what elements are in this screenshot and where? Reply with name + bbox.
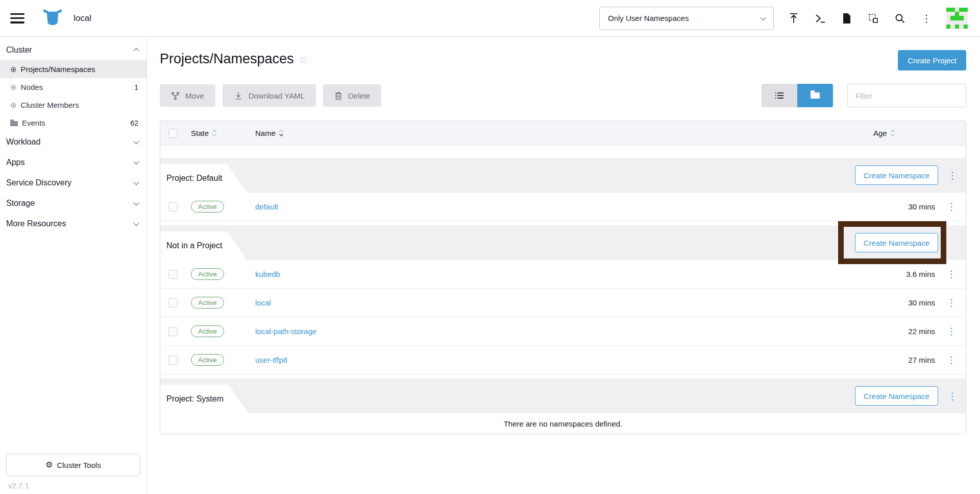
status-badge: Active bbox=[191, 354, 224, 366]
user-avatar[interactable] bbox=[946, 8, 968, 29]
group-not-in-a-project: Not in a ProjectCreate NamespaceActiveku… bbox=[160, 225, 966, 374]
status-badge: Active bbox=[191, 297, 224, 309]
move-icon bbox=[171, 91, 180, 100]
list-view-button[interactable] bbox=[762, 84, 797, 107]
sidebar-section-cluster[interactable]: Cluster bbox=[0, 40, 146, 60]
item-count: 62 bbox=[130, 119, 138, 127]
sidebar-section-service-discovery[interactable]: Service Discovery bbox=[0, 173, 146, 193]
sidebar-section-label: Storage bbox=[6, 199, 35, 208]
toolbar: Move Download YAML Delete bbox=[160, 84, 966, 107]
gear-icon: ⚙ bbox=[45, 461, 53, 469]
sort-icon[interactable] bbox=[212, 129, 217, 137]
namespace-link[interactable]: local bbox=[255, 298, 271, 307]
sidebar-item-projects-namespaces[interactable]: ⊕Projects/Namespaces bbox=[0, 60, 146, 78]
status-badge: Active bbox=[191, 268, 224, 280]
row-checkbox[interactable] bbox=[168, 202, 178, 211]
row-kebab-menu-icon[interactable]: ⋮ bbox=[946, 355, 957, 365]
header-kebab-menu-icon[interactable]: ⋮ bbox=[920, 12, 933, 25]
row-checkbox[interactable] bbox=[168, 298, 178, 308]
column-header-name[interactable]: Name bbox=[255, 129, 276, 137]
group-actions: Create Namespace⋮ bbox=[855, 386, 958, 406]
download-icon bbox=[234, 91, 243, 100]
sort-icon[interactable] bbox=[890, 129, 895, 137]
sidebar-section-apps[interactable]: Apps bbox=[0, 152, 146, 173]
create-namespace-button[interactable]: Create Namespace bbox=[855, 166, 938, 185]
version-label: v2.7.1 bbox=[6, 476, 140, 490]
namespace-link[interactable]: local-path-storage bbox=[255, 327, 316, 336]
table-row: Activelocal-path-storage22 mins⋮ bbox=[160, 317, 966, 346]
kubectl-shell-icon[interactable] bbox=[814, 12, 827, 25]
flat-view-button[interactable] bbox=[797, 84, 833, 107]
row-kebab-menu-icon[interactable]: ⋮ bbox=[946, 269, 957, 279]
sidebar: Cluster⊕Projects/Namespaces⊕Nodes1⊕Clust… bbox=[0, 37, 147, 494]
sidebar-section-more-resources[interactable]: More Resources bbox=[0, 214, 146, 234]
sidebar-section-workload[interactable]: Workload bbox=[0, 132, 146, 152]
namespace-filter-dropdown[interactable]: Only User Namespaces bbox=[599, 7, 774, 30]
chevron-down-icon bbox=[133, 179, 139, 185]
status-badge: Active bbox=[191, 325, 224, 337]
sidebar-item-label: Nodes bbox=[21, 83, 43, 91]
sidebar-section-label: Apps bbox=[6, 158, 24, 167]
delete-button[interactable]: Delete bbox=[323, 84, 381, 107]
namespace-filter-value: Only User Namespaces bbox=[608, 14, 689, 22]
row-kebab-menu-icon[interactable]: ⋮ bbox=[946, 326, 957, 336]
chevron-down-icon bbox=[760, 14, 766, 20]
group-kebab-menu-icon[interactable]: ⋮ bbox=[947, 171, 958, 180]
sidebar-nav: Cluster⊕Projects/Namespaces⊕Nodes1⊕Clust… bbox=[0, 40, 146, 234]
sidebar-item-nodes[interactable]: ⊕Nodes1 bbox=[0, 78, 146, 96]
copy-snapshot-icon[interactable] bbox=[867, 12, 880, 25]
sidebar-item-label: Cluster Members bbox=[21, 101, 79, 109]
sidebar-item-events[interactable]: Events62 bbox=[0, 114, 146, 132]
sort-icon-active[interactable] bbox=[279, 129, 284, 137]
create-namespace-button[interactable]: Create Namespace bbox=[855, 386, 938, 406]
group-kebab-menu-icon[interactable]: ⋮ bbox=[947, 391, 958, 401]
sidebar-section-label: Cluster bbox=[6, 45, 32, 55]
row-kebab-menu-icon[interactable]: ⋮ bbox=[946, 202, 957, 211]
cluster-tools-button[interactable]: ⚙ Cluster Tools bbox=[6, 454, 140, 476]
namespace-link[interactable]: default bbox=[255, 202, 278, 211]
group-project-system: Project: SystemCreate Namespace⋮There ar… bbox=[160, 379, 966, 434]
search-icon[interactable] bbox=[893, 12, 906, 25]
row-checkbox[interactable] bbox=[168, 270, 178, 279]
globe-icon: ⊕ bbox=[10, 65, 17, 73]
move-button[interactable]: Move bbox=[160, 84, 215, 107]
hamburger-menu-icon[interactable] bbox=[10, 13, 24, 23]
create-project-button[interactable]: Create Project bbox=[898, 50, 966, 70]
file-icon[interactable] bbox=[840, 12, 853, 25]
sidebar-section-label: Service Discovery bbox=[6, 178, 71, 187]
trash-icon bbox=[334, 91, 342, 100]
namespace-link[interactable]: user-tffp8 bbox=[255, 356, 287, 364]
create-namespace-button[interactable]: Create Namespace bbox=[855, 233, 938, 252]
select-all-checkbox[interactable] bbox=[168, 129, 178, 138]
table-row: Activedefault30 mins⋮ bbox=[160, 193, 966, 221]
sidebar-footer: ⚙ Cluster Tools v2.7.1 bbox=[0, 454, 146, 494]
table-header-row: State Name Age bbox=[160, 121, 966, 146]
chevron-down-icon bbox=[133, 220, 139, 226]
age-value: 30 mins bbox=[873, 298, 937, 307]
table-row: Activelocal30 mins⋮ bbox=[160, 289, 966, 317]
age-value: 27 mins bbox=[873, 356, 937, 364]
table-row: Activekubedb3.6 mins⋮ bbox=[160, 260, 966, 289]
group-header: Project: SystemCreate Namespace⋮ bbox=[160, 379, 966, 413]
row-kebab-menu-icon[interactable]: ⋮ bbox=[946, 298, 957, 308]
globe-icon: ⊕ bbox=[10, 83, 17, 91]
row-checkbox[interactable] bbox=[168, 327, 178, 336]
group-header: Not in a ProjectCreate Namespace bbox=[160, 225, 966, 260]
sidebar-section-label: Workload bbox=[6, 137, 40, 147]
row-checkbox[interactable] bbox=[168, 356, 178, 365]
chevron-down-icon bbox=[133, 159, 139, 164]
download-yaml-button[interactable]: Download YAML bbox=[223, 84, 316, 107]
column-header-state[interactable]: State bbox=[191, 129, 209, 137]
namespace-link[interactable]: kubedb bbox=[255, 270, 280, 278]
group-project-default: Project: DefaultCreate Namespace⋮Actived… bbox=[160, 158, 966, 221]
filter-input[interactable] bbox=[847, 84, 966, 107]
table-row: Activeuser-tffp827 mins⋮ bbox=[160, 346, 966, 374]
sidebar-item-cluster-members[interactable]: ⊕Cluster Members bbox=[0, 96, 146, 114]
import-yaml-icon[interactable] bbox=[787, 12, 800, 25]
age-value: 3.6 mins bbox=[873, 270, 937, 278]
sidebar-section-storage[interactable]: Storage bbox=[0, 193, 146, 214]
sidebar-section-label: More Resources bbox=[6, 219, 66, 228]
favorite-star-icon[interactable]: ☆ bbox=[299, 53, 309, 66]
group-title: Not in a Project bbox=[166, 241, 222, 250]
column-header-age[interactable]: Age bbox=[873, 129, 887, 137]
